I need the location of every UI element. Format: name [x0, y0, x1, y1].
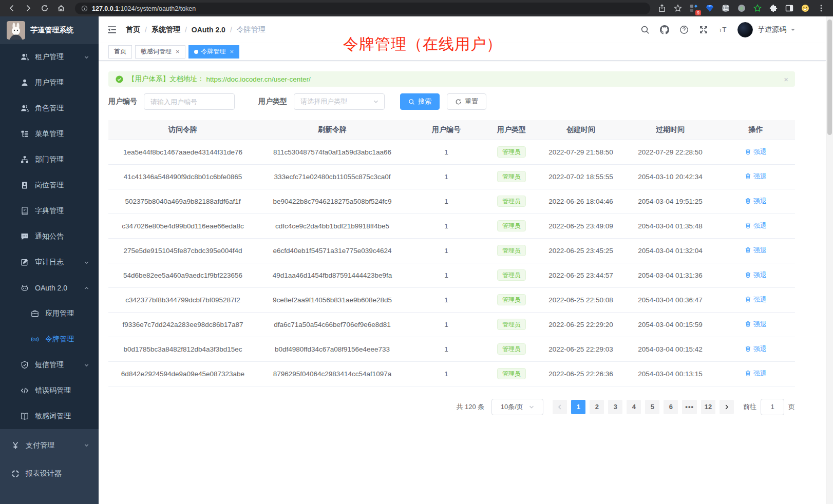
cell-access-token: 1ea5e44f8bc1467aaede43144f31de76 — [108, 140, 257, 164]
panel-icon[interactable] — [785, 4, 794, 13]
tab-label: 敏感词管理 — [141, 47, 172, 56]
sidebar-item-dict-management[interactable]: 字典管理 — [0, 198, 99, 224]
table-row: 54d6be82ee5a460a9aedc1f9bf22365649d1aa46… — [108, 263, 795, 287]
forward-icon[interactable] — [22, 2, 35, 15]
browser-menu-icon[interactable] — [817, 4, 826, 13]
bookmark-star-icon[interactable] — [673, 4, 683, 13]
force-logout-button[interactable]: 强退 — [745, 320, 767, 329]
sidebar-item-payment-management[interactable]: 支付管理 — [0, 431, 99, 459]
alert-doc-link[interactable]: https://doc.iocoder.cn/user-center/ — [206, 75, 311, 83]
sidebar-item-oauth2[interactable]: OAuth 2.0 — [0, 275, 99, 301]
sidebar-item-label: 短信管理 — [35, 360, 64, 370]
sidebar-item-sensitive-word-management[interactable]: 敏感词管理 — [0, 403, 99, 429]
sidebar-item-role-management[interactable]: 角色管理 — [0, 95, 99, 121]
pager-page-2-button[interactable]: 2 — [590, 400, 604, 414]
gem-icon[interactable] — [705, 4, 714, 13]
svg-text:A: A — [34, 338, 36, 341]
force-logout-button[interactable]: 强退 — [745, 270, 767, 280]
sidebar-item-sms-management[interactable]: 短信管理 — [0, 352, 99, 378]
trash-icon — [745, 222, 751, 229]
tab-sensitive-word[interactable]: 敏感词管理× — [135, 45, 185, 59]
breadcrumb-item[interactable]: OAuth 2.0 — [192, 26, 225, 34]
force-logout-button[interactable]: 强退 — [745, 221, 767, 230]
sidebar-item-user-management[interactable]: 用户管理 — [0, 70, 99, 95]
user-id-input[interactable] — [144, 93, 235, 110]
column-header: 过期时间 — [624, 120, 716, 140]
emoji-icon[interactable] — [801, 4, 810, 13]
pager-page-4-button[interactable]: 4 — [627, 400, 641, 414]
help-icon[interactable] — [679, 25, 689, 35]
user-menu[interactable]: 芋道源码 — [737, 22, 795, 37]
tab-home[interactable]: 首页 — [108, 45, 132, 59]
page-scrollbar[interactable] — [826, 16, 833, 504]
user-type-badge: 管理员 — [497, 220, 526, 231]
goto-page-input[interactable] — [761, 399, 784, 415]
sidebar-item-notice-announcement[interactable]: 通知公告 — [0, 224, 99, 249]
force-logout-button[interactable]: 强退 — [745, 197, 767, 206]
page-size-select[interactable]: 10条/页 — [491, 399, 543, 415]
scrollbar-thumb[interactable] — [827, 20, 832, 135]
sidebar-item-tenant-management[interactable]: 租户管理 — [0, 44, 99, 70]
cell-user-id: 1 — [407, 140, 485, 164]
record-circle-icon[interactable] — [737, 4, 746, 13]
github-icon[interactable] — [659, 25, 669, 35]
sidebar-item-label: 审计日志 — [35, 258, 64, 267]
breadcrumb-item[interactable]: 系统管理 — [152, 25, 180, 34]
alert-close-icon[interactable]: × — [784, 75, 788, 83]
cell-create-time: 2022-07-02 18:55:55 — [538, 164, 624, 189]
sidebar-item-label: 角色管理 — [35, 104, 64, 113]
search-button[interactable]: 搜索 — [400, 93, 440, 110]
share-icon[interactable] — [657, 4, 667, 13]
prev-page-button[interactable] — [553, 400, 567, 414]
cell-refresh-token: 811c530487574fa0af1a59d3abc1aa66 — [257, 140, 407, 164]
table-row: 6d842e2924594de9a09e45e087323abe8796295f… — [108, 361, 795, 386]
pager-page-5-button[interactable]: 5 — [645, 400, 659, 414]
sidebar-item-token-management[interactable]: A令牌管理 — [0, 326, 99, 352]
force-logout-button[interactable]: 强退 — [745, 369, 767, 378]
close-icon[interactable]: × — [176, 48, 180, 55]
reload-icon[interactable] — [38, 2, 51, 15]
extensions-grid-icon[interactable]: 9 — [689, 4, 698, 13]
next-page-button[interactable] — [720, 400, 734, 414]
pager-more-button[interactable]: ••• — [682, 400, 697, 414]
force-logout-button[interactable]: 强退 — [745, 172, 767, 181]
puzzle-icon[interactable] — [769, 4, 778, 13]
command-circle-icon[interactable] — [721, 4, 730, 13]
browser-toolbar: 127.0.0.1:1024/system/oauth2/token 9 — [0, 0, 833, 16]
search-icon[interactable] — [640, 25, 650, 35]
force-logout-button[interactable]: 强退 — [745, 147, 767, 157]
pager-page-1-button[interactable]: 1 — [571, 400, 585, 414]
site-info-icon[interactable] — [81, 5, 88, 12]
back-icon[interactable] — [5, 2, 18, 15]
sidebar-item-audit-log[interactable]: 审计日志 — [0, 249, 99, 275]
sidebar-item-dept-management[interactable]: 部门管理 — [0, 147, 99, 172]
cell-refresh-token: cdfc4ce9c2da4bb1bdf21b9918ff4be5 — [257, 214, 407, 238]
sidebar-item-error-code-management[interactable]: 错误码管理 — [0, 378, 99, 403]
column-header: 访问令牌 — [108, 120, 257, 140]
sidebar-item-label: 令牌管理 — [45, 335, 74, 344]
cell-create-time: 2022-06-25 22:29:20 — [538, 312, 624, 337]
sidebar-item-menu-management[interactable]: 菜单管理 — [0, 121, 99, 147]
sidebar-item-post-management[interactable]: 岗位管理 — [0, 172, 99, 198]
force-logout-button[interactable]: 强退 — [745, 344, 767, 354]
force-logout-button[interactable]: 强退 — [745, 246, 767, 255]
reset-button[interactable]: 重置 — [447, 93, 486, 110]
user-type-select[interactable]: 请选择用户类型 — [294, 93, 385, 110]
collapse-sidebar-icon[interactable] — [107, 25, 117, 35]
breadcrumb-item[interactable]: 首页 — [126, 25, 140, 34]
pager-page-6-button[interactable]: 6 — [664, 400, 678, 414]
sidebar-item-report-designer[interactable]: 报表设计器 — [0, 459, 99, 488]
tab-token[interactable]: 令牌管理× — [188, 45, 240, 59]
fullscreen-icon[interactable] — [698, 25, 708, 35]
font-size-icon[interactable]: TT — [718, 25, 728, 35]
sidebar-item-app-management[interactable]: 应用管理 — [0, 301, 99, 326]
force-logout-button[interactable]: 强退 — [745, 295, 767, 304]
home-icon[interactable] — [54, 2, 68, 15]
pager-page-3-button[interactable]: 3 — [608, 400, 622, 414]
close-icon[interactable]: × — [230, 48, 234, 55]
app-logo-bar[interactable]: 芋道管理系统 — [0, 16, 99, 44]
trash-icon — [745, 296, 751, 303]
green-star-icon[interactable] — [753, 4, 762, 13]
pager-page-12-button[interactable]: 12 — [701, 400, 715, 414]
address-bar[interactable]: 127.0.0.1:1024/system/oauth2/token — [75, 3, 650, 14]
